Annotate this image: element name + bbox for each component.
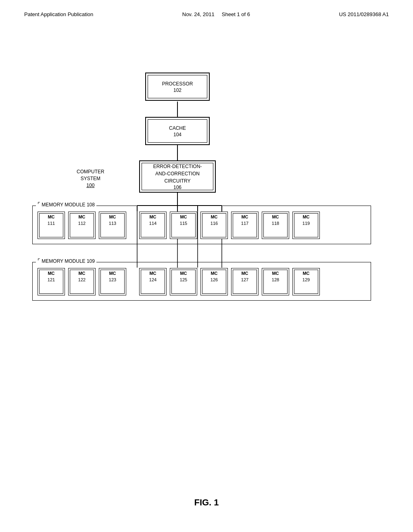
mc-chip-113: MC113	[99, 212, 126, 239]
mc-label: MC	[149, 214, 156, 219]
mc-number: 113	[109, 221, 116, 226]
mc-chip-124: MC124	[139, 268, 167, 295]
mc-number: 112	[78, 221, 86, 226]
mc-row-109: MC121MC122MC123MC124MC125MC126MC127MC128…	[38, 268, 366, 295]
mc-chip-125: MC125	[170, 268, 197, 295]
publication-type: Patent Application Publication	[24, 11, 93, 17]
cs-number: 100	[77, 182, 104, 189]
processor-box: PROCESSOR 102	[145, 73, 210, 101]
figure-label: FIG. 1	[0, 497, 413, 508]
mc-chip-128: MC128	[262, 268, 289, 295]
mc-label: MC	[180, 271, 187, 276]
computer-system-label: COMPUTERSYSTEM 100	[77, 168, 104, 189]
mc-number: 117	[241, 221, 248, 226]
mc-chip-126: MC126	[200, 268, 228, 295]
mc-chip-127: MC127	[231, 268, 259, 295]
diagram-area: PROCESSOR 102 CACHE 104 ERROR-DETECTION-…	[24, 73, 389, 484]
mc-number: 123	[109, 277, 116, 282]
processor-label: PROCESSOR	[162, 80, 193, 87]
mc-chip-114: MC114	[139, 212, 167, 239]
mc-number: 118	[272, 221, 279, 226]
mc-label: MC	[109, 271, 116, 276]
sheet-info: Sheet 1 of 6	[222, 11, 250, 17]
processor-number: 102	[173, 87, 181, 93]
mc-label: MC	[149, 271, 156, 276]
mc-label: MC	[180, 214, 187, 219]
mc-row-108: MC111MC112MC113MC114MC115MC116MC117MC118…	[38, 212, 366, 239]
mc-number: 114	[149, 221, 156, 226]
mc-number: 121	[48, 277, 55, 282]
header-center: Nov. 24, 2011 Sheet 1 of 6	[182, 11, 250, 17]
mc-number: 125	[180, 277, 187, 282]
mc-label: MC	[78, 214, 85, 219]
edc-label: ERROR-DETECTION-AND-CORRECTIONCIRCUITRY	[153, 163, 202, 185]
memory-module-109: ⌜ MEMORY MODULE 109 MC121MC122MC123MC124…	[32, 262, 371, 301]
header-left: Patent Application Publication	[24, 11, 93, 17]
mc-number: 122	[78, 277, 86, 282]
mc-chip-119: MC119	[292, 212, 320, 239]
mc-chip-116: MC116	[200, 212, 228, 239]
mc-number: 116	[211, 221, 218, 226]
page-header: Patent Application Publication Nov. 24, …	[0, 0, 413, 17]
mc-number: 128	[272, 277, 279, 282]
mc-label: MC	[272, 271, 279, 276]
cache-number: 104	[173, 132, 181, 137]
mc-label: MC	[78, 271, 85, 276]
header-right: US 2011/0289368 A1	[339, 11, 389, 17]
mc-chip-117: MC117	[231, 212, 259, 239]
patent-number: US 2011/0289368 A1	[339, 11, 389, 17]
mc-chip-123: MC123	[99, 268, 126, 295]
mc-number: 124	[149, 277, 156, 282]
mc-number: 126	[211, 277, 218, 282]
mc-label: MC	[109, 214, 116, 219]
mc-chip-118: MC118	[262, 212, 289, 239]
mc-chip-121: MC121	[38, 268, 65, 295]
mc-label: MC	[302, 271, 309, 276]
mc-label: MC	[211, 214, 217, 219]
mm109-label: ⌜ MEMORY MODULE 109	[36, 258, 96, 264]
cs-text: COMPUTERSYSTEM	[77, 168, 104, 182]
memory-module-108: ⌜ MEMORY MODULE 108 MC111MC112MC113MC114…	[32, 206, 371, 244]
cache-label: CACHE	[169, 125, 186, 132]
mc-label: MC	[241, 214, 248, 219]
mc-chip-115: MC115	[170, 212, 197, 239]
mc-label: MC	[241, 271, 248, 276]
mc-chip-111: MC111	[38, 212, 65, 239]
publication-date: Nov. 24, 2011	[182, 11, 215, 17]
mc-chip-122: MC122	[68, 268, 96, 295]
mc-number: 115	[180, 221, 187, 226]
edc-number: 106	[173, 185, 181, 190]
mc-label: MC	[302, 214, 309, 219]
mc-number: 127	[241, 277, 248, 282]
mc-number: 129	[302, 277, 310, 282]
mc-chip-129: MC129	[292, 268, 320, 295]
mc-label: MC	[48, 214, 54, 219]
edc-box: ERROR-DETECTION-AND-CORRECTIONCIRCUITRY …	[139, 160, 216, 193]
mc-label: MC	[48, 271, 54, 276]
mc-number: 119	[302, 221, 310, 226]
mm108-label: ⌜ MEMORY MODULE 108	[36, 201, 96, 208]
mc-label: MC	[272, 214, 279, 219]
mc-label: MC	[211, 271, 217, 276]
mc-number: 111	[48, 221, 55, 226]
mc-chip-112: MC112	[68, 212, 96, 239]
cache-box: CACHE 104	[145, 117, 210, 145]
